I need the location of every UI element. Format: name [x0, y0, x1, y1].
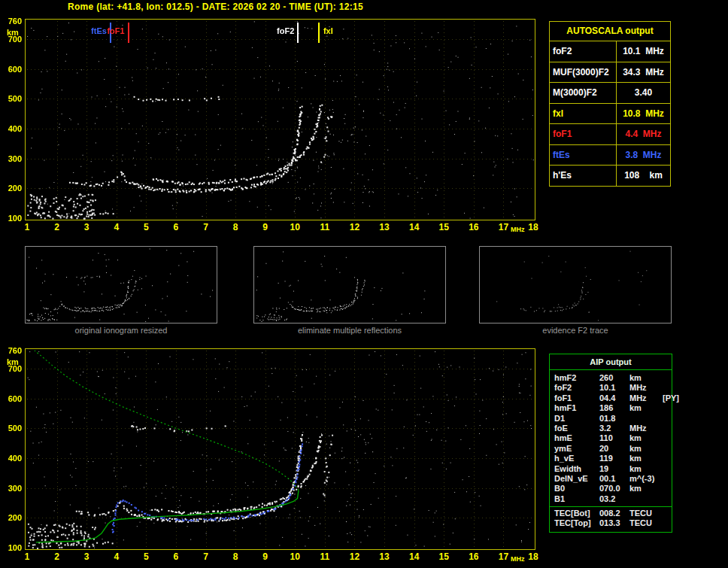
- y-axis-tick-label: 500: [0, 94, 22, 103]
- autoscala-row-label: ftEs: [550, 145, 617, 166]
- aip-row-unit: MHz: [629, 383, 663, 393]
- aip-row-unit: km: [629, 464, 663, 474]
- x-axis-tick-label: 4: [107, 222, 126, 232]
- x-axis-tick-label: 9: [256, 222, 275, 232]
- aip-row-label: foE: [550, 424, 599, 433]
- aip-row: h_vE119km: [550, 454, 672, 463]
- aip-row-label: DelN_vE: [550, 474, 599, 484]
- autoscala-table-rows: foF210.1 MHzMUF(3000)F234.3 MHzM(3000)F2…: [550, 41, 670, 186]
- x-axis-tick-label: 3: [77, 222, 96, 232]
- x-axis-tick-label: 9: [256, 551, 275, 562]
- ftes-marker-label: ftEs: [91, 26, 107, 35]
- x-axis-tick-label: 6: [166, 551, 186, 562]
- autoscala-row-value: 3.40: [617, 83, 670, 103]
- autoscala-row-value: 3.8 MHz: [617, 145, 670, 166]
- aip-row-extra: [PY]: [663, 393, 679, 403]
- x-axis-tick-label: 1: [17, 551, 37, 562]
- autoscala-row-label: foF1: [550, 124, 617, 144]
- aip-row-unit: km: [629, 373, 663, 383]
- aip-ionogram-canvas: [26, 349, 535, 549]
- x-axis-tick-label: 14: [405, 222, 424, 232]
- y-axis-tick-label: 200: [0, 184, 22, 193]
- autoscala-row-value: 4.4 MHz: [617, 124, 670, 144]
- x-axis-tick-label: 16: [464, 551, 484, 562]
- x-axis-tick-label: 1: [17, 222, 37, 232]
- aip-row-value: 00.1: [599, 474, 629, 484]
- aip-row-value: 20: [599, 444, 629, 454]
- aip-row: foE3.2MHz: [550, 424, 672, 433]
- aip-row-unit: TECU: [629, 518, 663, 528]
- x-axis-tick-label: 11: [315, 222, 335, 232]
- main-ionogram-canvas: [26, 20, 535, 220]
- x-axis-tick-label: 5: [136, 222, 156, 232]
- x-axis-tick-label: 11: [315, 551, 335, 562]
- aip-row-value: 10.1: [599, 383, 629, 393]
- autoscala-row-label: fxI: [550, 104, 617, 124]
- aip-row-value: 070.0: [599, 484, 629, 494]
- autoscala-row-label: h'Es: [550, 166, 617, 186]
- x-axis-tick-label: 15: [434, 551, 453, 562]
- autoscala-row-value: 10.1 MHz: [617, 41, 670, 62]
- aip-row: foF210.1MHz: [550, 383, 672, 393]
- aip-row-value: 19: [599, 464, 629, 474]
- aip-ionogram-plot: [25, 348, 535, 550]
- y-axis-unit-label: km: [7, 357, 19, 366]
- x-axis-tick-label: 18: [523, 551, 543, 562]
- x-axis-tick-label: 7: [196, 551, 216, 562]
- aip-row-label: TEC[Top]: [550, 518, 599, 528]
- x-axis-tick-label: 2: [47, 551, 67, 562]
- y-axis-tick-label: 760: [0, 17, 22, 26]
- y-axis-unit-label: km: [7, 28, 19, 37]
- x-axis-tick-label: 2: [47, 222, 67, 232]
- aip-row-unit: km: [629, 403, 663, 413]
- aip-row-label: hmF2: [550, 373, 599, 383]
- aip-row: foF104.4MHz[PY]: [550, 393, 672, 403]
- autoscala-row-label: M(3000)F2: [550, 83, 617, 103]
- thumbnail-original-ionogram: [25, 246, 217, 323]
- x-axis-tick-label: 8: [226, 222, 245, 232]
- autoscala-row-label: MUF(3000)F2: [550, 62, 617, 83]
- aip-row: TEC[Top]013.3TECU: [550, 518, 672, 528]
- aip-row-label: hmE: [550, 433, 599, 443]
- aip-row-label: foF2: [550, 383, 599, 393]
- x-axis-tick-label: 10: [285, 551, 305, 562]
- aip-row-value: 3.2: [599, 424, 629, 433]
- thumbnail-canvas: [480, 247, 671, 323]
- thumbnail-caption: original ionogram resized: [25, 326, 217, 335]
- header-title: Rome (lat: +41.8, lon: 012.5) - DATE: 20…: [68, 2, 363, 12]
- autoscala-row: h'Es108 km: [550, 165, 670, 186]
- x-axis-tick-label: 18: [523, 222, 543, 232]
- y-axis-tick-label: 400: [0, 124, 22, 133]
- autoscala-row-value: 34.3 MHz: [617, 62, 670, 83]
- aip-row: Ewidth19km: [550, 464, 672, 474]
- aip-row-value: 01.8: [599, 414, 629, 424]
- y-axis-tick-label: 300: [0, 484, 22, 493]
- aip-row-unit: km: [629, 433, 663, 443]
- autoscala-row: ftEs3.8 MHz: [550, 144, 670, 166]
- x-axis-tick-label: 8: [226, 551, 245, 562]
- x-axis-tick-label: 10: [285, 222, 305, 232]
- x-axis-unit-label: MHz: [511, 555, 525, 563]
- autoscala-row-label: foF2: [550, 41, 617, 62]
- aip-row-value: 04.4: [599, 393, 629, 403]
- autoscala-row-value: 10.8 MHz: [617, 104, 670, 124]
- aip-row-unit: m^(-3): [629, 474, 663, 484]
- y-axis-tick-label: 500: [0, 424, 22, 433]
- y-axis-tick-label: 760: [0, 346, 22, 355]
- x-axis-tick-label: 4: [107, 551, 126, 562]
- aip-row: hmF2260km: [550, 373, 672, 383]
- aip-row: B103.2: [550, 494, 672, 504]
- aip-row: DelN_vE00.1m^(-3): [550, 474, 672, 484]
- aip-row-label: h_vE: [550, 454, 599, 463]
- y-axis-tick-label: 600: [0, 394, 22, 403]
- aip-row: hmF1186km: [550, 403, 672, 413]
- aip-row-value: 013.3: [599, 518, 629, 528]
- aip-row: hmE110km: [550, 433, 672, 443]
- x-axis-tick-label: 5: [136, 551, 156, 562]
- aip-row-unit: MHz: [629, 424, 663, 433]
- autoscala-row: foF14.4 MHz: [550, 123, 670, 144]
- aip-row-unit: [629, 414, 663, 424]
- y-axis-tick-label: 200: [0, 513, 22, 522]
- autoscala-row: M(3000)F23.40: [550, 82, 670, 103]
- autoscala-row-value: 108 km: [617, 166, 670, 186]
